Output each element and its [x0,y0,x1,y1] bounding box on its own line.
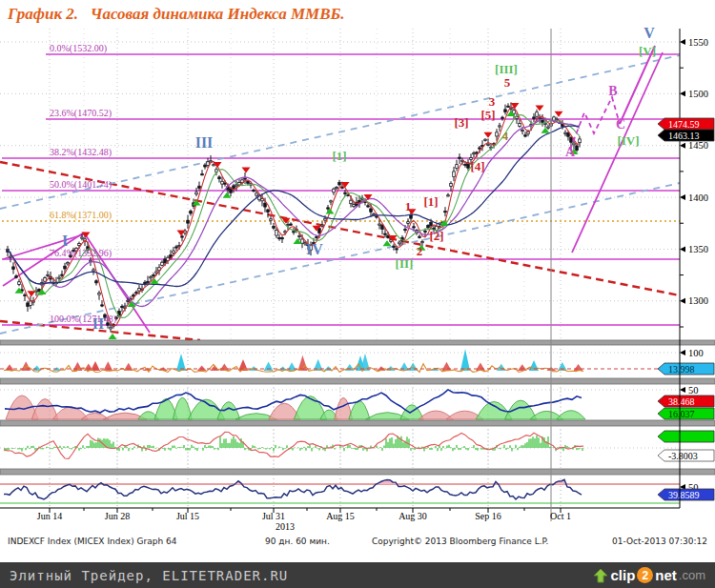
candle-body [150,277,153,278]
panel-separator [0,469,715,475]
candle-body [101,305,104,306]
candle-body [155,272,158,273]
candle-body [473,153,476,154]
candle-body [61,274,64,275]
candle-body [459,157,461,158]
clip2net-clip: clip [610,567,635,583]
date-tick-label: Jul 31 [262,511,285,521]
candle-body [393,246,396,247]
candle-body [410,215,413,219]
candle-body [173,251,175,253]
candle-body [287,225,290,226]
clip2net-logo[interactable]: clip 2 net .com [593,567,705,583]
candle-body [576,146,579,151]
candle-body [233,186,235,189]
candle-body [18,282,21,285]
rsi-line [4,479,582,499]
candle-body [235,185,238,186]
panel1-tick-mark [680,350,685,355]
candle-body [38,290,41,292]
candle-body [121,306,124,307]
date-tick-label: Sep 16 [475,511,501,521]
last-price-badge-value: 1463.13 [668,131,700,141]
candle-body [450,183,453,186]
candle-body [110,327,112,329]
candle-body [278,237,281,238]
clip2net-arrow-icon [593,568,608,583]
wave-label-IV: [IV] [617,133,639,148]
panel-separator [0,420,715,426]
candle-body [190,212,193,213]
wave-label-B: B [608,84,617,98]
candle-body [318,229,321,233]
candle-body [27,303,30,307]
wave-label-2: 2 [417,244,423,258]
candle-body [453,172,456,177]
price-tick-label: 1500 [688,89,708,99]
candle-body [390,240,393,242]
candle-body [153,274,155,275]
candle-body [321,225,324,226]
candle-body [421,242,424,243]
clip2net-com: .com [679,568,705,582]
volatility-spike [441,362,451,371]
price-tick-mark [680,39,685,45]
candle-body [507,106,510,107]
panel2-tick-mark [680,387,685,393]
candle-body [330,201,333,202]
fib-level-label: 23.6%(1470.52) [50,108,112,119]
date-tick-label: Aug 30 [398,511,427,521]
candle-body [484,139,487,140]
date-tick-label: Oct 1 [550,511,571,521]
candle-body [47,274,50,275]
volatility-big-spike [176,354,186,371]
dmi-mound [31,399,58,419]
candle-body [324,218,327,220]
candle-body [24,294,27,295]
candle-body [316,236,318,237]
candle-body [58,277,61,278]
price-tick-mark [680,91,685,96]
candle-body [253,190,255,191]
wave-label-4: 4 [502,130,508,143]
candle-body [430,222,433,226]
sell-arrow-icon [28,291,36,296]
wave-label-5: 5 [504,75,511,90]
candle-body [255,193,258,195]
candle-body [344,193,347,193]
candle-body [567,133,570,137]
candle-body [81,237,84,238]
candle-body [504,110,507,112]
price-tick-label: 1350 [688,244,708,254]
wave-label-IV: IV [306,241,323,257]
candle-body [301,239,304,243]
panel3-value-badge [658,431,714,442]
candle-body [424,231,427,232]
wave-label-V: [V] [639,44,656,58]
candle-body [195,193,198,194]
panel2-value-badge-value: 38.468 [668,396,695,407]
candle-body [264,203,267,207]
wave-label-1: [1] [423,194,438,209]
candle-body [247,181,250,183]
candle-body [181,236,184,237]
volatility-spike [574,364,583,371]
candle-body [513,111,516,114]
dmi-mound [557,411,585,419]
wave-label-III: III [195,134,214,151]
candle-body [547,127,550,128]
date-tick-label: Jun 14 [37,511,62,521]
wave-label-A: A [565,145,576,159]
candle-body [270,219,273,221]
volatility-spike [103,361,112,371]
candle-body [524,135,527,136]
candle-body [293,232,296,233]
price-tick-label: 1550 [688,37,708,48]
mmvb-hourly-chart: IIIIIIIVV[V][III][II][IV][1]1235[1][2][3… [0,0,715,558]
chart-title: График 2. Часовая динамика Индекса ММВБ. [8,5,345,24]
candle-body [370,209,373,212]
candle-body [98,294,101,295]
wave-label-2: [2] [429,229,443,243]
wave-label-I: I [62,233,68,249]
candle-body [138,288,141,291]
